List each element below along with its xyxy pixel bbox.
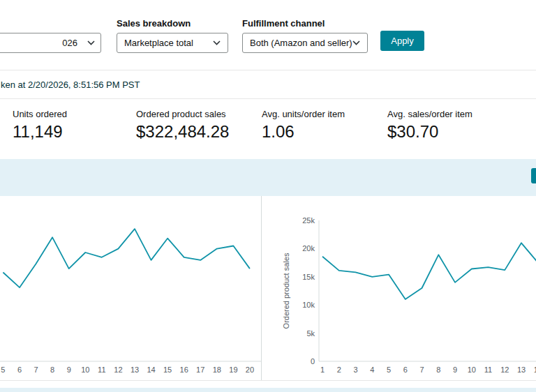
x-tick-label: 13 <box>131 365 139 374</box>
fulfillment-channel-value: Both (Amazon and seller) <box>250 38 352 48</box>
x-tick-label: 12 <box>114 365 122 374</box>
divider <box>0 380 536 381</box>
x-tick-label: 1 <box>320 365 325 374</box>
y-tick-label: 10k <box>302 301 315 309</box>
y-axis-title: Ordered product sales <box>282 252 290 329</box>
sales-breakdown-value: Marketplace total <box>124 38 193 48</box>
chart-divider <box>261 196 262 380</box>
kpi-label: Avg. units/order item <box>262 109 345 119</box>
kpi-label: Ordered product sales <box>136 109 229 119</box>
sales-breakdown-label: Sales breakdown <box>117 18 191 29</box>
x-tick-label: 16 <box>180 365 188 374</box>
apply-button[interactable]: Apply <box>380 31 424 51</box>
kpi-value: 1.06 <box>262 122 345 142</box>
x-tick-label: 7 <box>419 365 424 374</box>
x-tick-label: 11 <box>98 365 105 374</box>
x-tick-label: 6 <box>403 365 408 374</box>
x-tick-label: 8 <box>50 365 54 374</box>
chevron-down-icon <box>352 40 360 45</box>
x-tick-label: 5 <box>387 365 391 374</box>
kpi-label: Avg. sales/order item <box>387 109 472 119</box>
chevron-down-icon <box>87 40 95 45</box>
kpi-value: $322,484.28 <box>136 122 229 142</box>
x-tick-label: 6 <box>17 365 22 374</box>
x-tick-label: 8 <box>436 365 440 374</box>
series-line <box>322 243 536 299</box>
x-tick-label: 3 <box>353 365 357 374</box>
y-tick-label: 0 <box>311 357 315 365</box>
kpi-avg-units-order-item: Avg. units/order item 1.06 <box>262 109 345 142</box>
x-tick-label: 9 <box>67 365 71 374</box>
chevron-down-icon <box>213 40 221 45</box>
x-tick-label: 17 <box>196 365 204 374</box>
x-tick-label: 7 <box>34 365 38 374</box>
x-tick-label: 12 <box>500 365 509 374</box>
sales-breakdown-select[interactable]: Marketplace total <box>117 33 228 53</box>
fulfillment-channel-select[interactable]: Both (Amazon and seller) <box>242 33 368 53</box>
kpi-value: $30.70 <box>387 122 472 142</box>
x-tick-label: 18 <box>213 365 221 374</box>
sales-dashboard: 026 Sales breakdown Marketplace total Fu… <box>0 0 536 392</box>
chart-section-header <box>0 159 536 196</box>
y-tick-label: 5k <box>306 329 315 338</box>
x-tick-label: 10 <box>468 365 476 374</box>
kpi-units-ordered: Units ordered 11,149 <box>13 109 67 142</box>
fulfillment-channel-label: Fulfillment channel <box>242 18 325 29</box>
ordered-product-sales-chart: 05k10k15k20k25kOrdered product sales1234… <box>261 196 536 380</box>
kpi-avg-sales-order-item: Avg. sales/order item $30.70 <box>387 109 472 142</box>
x-tick-label: 19 <box>229 365 237 374</box>
units-ordered-chart: 567891011121314151617181920 <box>0 196 261 380</box>
x-tick-label: 2 <box>337 365 341 374</box>
kpi-value: 11,149 <box>13 122 67 142</box>
snapshot-timestamp: ken at 2/20/2026, 8:51:56 PM PST <box>1 80 140 90</box>
x-tick-label: 9 <box>453 365 457 374</box>
x-tick-label: 10 <box>81 365 89 374</box>
divider <box>0 98 536 99</box>
section-action-button[interactable] <box>531 168 536 183</box>
divider <box>0 70 536 70</box>
kpi-label: Units ordered <box>13 109 67 119</box>
kpi-ordered-product-sales: Ordered product sales $322,484.28 <box>136 109 229 142</box>
y-tick-label: 20k <box>302 244 315 252</box>
x-tick-label: 11 <box>484 365 492 374</box>
x-tick-label: 20 <box>246 365 254 374</box>
series-line <box>3 229 250 287</box>
y-tick-label: 15k <box>302 273 315 281</box>
x-tick-label: 14 <box>147 365 155 374</box>
date-range-select[interactable]: 026 <box>0 33 101 53</box>
y-tick-label: 25k <box>302 216 315 225</box>
x-tick-label: 5 <box>1 365 5 374</box>
next-section-edge <box>0 388 536 392</box>
date-range-value: 026 <box>62 38 77 48</box>
x-tick-label: 4 <box>370 365 374 374</box>
x-tick-label: 13 <box>517 365 526 374</box>
x-tick-label: 15 <box>163 365 172 374</box>
